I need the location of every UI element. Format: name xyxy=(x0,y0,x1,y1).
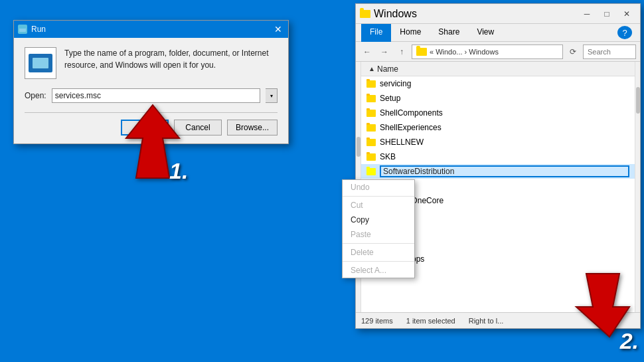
context-menu: Undo Cut Copy Paste Delete Select A... xyxy=(342,179,415,278)
explorer-maximize-button[interactable]: □ xyxy=(598,7,616,21)
file-row-shellnew[interactable]: SHELLNEW xyxy=(361,135,635,149)
run-description: Type the name of a program, folder, docu… xyxy=(64,47,278,79)
file-row-setup[interactable]: Setup xyxy=(361,91,635,106)
ribbon-tab-home[interactable]: Home xyxy=(391,24,430,42)
explorer-titlebar: Windows ─ □ ✕ xyxy=(356,4,640,24)
ribbon-tab-share[interactable]: Share xyxy=(430,24,468,42)
ctx-divider-2 xyxy=(343,243,414,244)
file-name: ShellExperiences xyxy=(380,123,629,132)
run-title-icon xyxy=(18,25,27,34)
ribbon-tab-file[interactable]: File xyxy=(361,24,391,42)
ctx-divider-3 xyxy=(343,261,414,262)
folder-icon xyxy=(366,139,376,146)
explorer-titlebar-left: Windows xyxy=(360,8,417,20)
file-name: System xyxy=(380,225,629,234)
up-button[interactable]: ↑ xyxy=(394,45,409,59)
file-list-header: ▲ Name xyxy=(361,62,635,76)
back-button[interactable]: ← xyxy=(360,45,374,59)
address-crumb: « Windo... › Windows xyxy=(430,48,499,56)
ctx-cut[interactable]: Cut xyxy=(343,198,414,213)
ctx-undo[interactable]: Undo xyxy=(343,180,414,195)
sort-arrow[interactable]: ▲ xyxy=(366,65,377,72)
file-name: Speech xyxy=(380,181,629,191)
address-bar: ← → ↑ « Windo... › Windows ⟳ xyxy=(356,42,640,62)
badge-2: 2. xyxy=(620,328,639,354)
forward-button[interactable]: → xyxy=(377,45,392,59)
file-name: symbols xyxy=(380,211,629,220)
file-row-softwaredistribution[interactable]: SoftwareDistribution xyxy=(361,164,635,179)
right-scroll-thumb xyxy=(636,87,640,114)
folder-icon xyxy=(366,168,376,175)
search-input[interactable] xyxy=(583,45,636,59)
file-name: ShellComponents xyxy=(380,108,629,118)
file-row-skb[interactable]: SKB xyxy=(361,149,635,164)
address-folder-icon xyxy=(416,48,427,56)
explorer-ribbon: File Home Share View ? xyxy=(356,24,640,42)
svg-rect-1 xyxy=(19,27,26,29)
folder-icon xyxy=(366,110,376,117)
explorer-folder-icon xyxy=(360,10,370,18)
ctx-copy[interactable]: Copy xyxy=(343,213,414,227)
file-name: System32 xyxy=(380,240,629,249)
run-browse-button[interactable]: Browse... xyxy=(227,120,278,136)
file-row-shellcomponents[interactable]: ShellComponents xyxy=(361,106,635,120)
run-content: Type the name of a program, folder, docu… xyxy=(25,47,278,79)
run-icon-box xyxy=(25,47,56,79)
file-row-shellexperiences[interactable]: ShellExperiences xyxy=(361,120,635,135)
folder-icon xyxy=(366,95,376,102)
file-row-servicing[interactable]: servicing xyxy=(361,76,635,91)
run-titlebar-left: Run xyxy=(18,25,46,34)
scroll-thumb xyxy=(357,137,361,157)
run-dropdown-arrow[interactable]: ▾ xyxy=(266,88,278,103)
ctx-delete[interactable]: Delete xyxy=(343,245,414,260)
folder-icon xyxy=(366,124,376,132)
ctx-paste[interactable]: Paste xyxy=(343,227,414,242)
file-name: servicing xyxy=(380,79,629,88)
file-name: SoftwareDistribution xyxy=(380,165,629,177)
column-name[interactable]: Name xyxy=(377,64,629,74)
run-titlebar: Run ✕ xyxy=(14,21,288,38)
folder-icon xyxy=(366,80,376,88)
help-button[interactable]: ? xyxy=(617,26,632,39)
file-name: SystemApps xyxy=(380,254,629,264)
file-name: Setup xyxy=(380,94,629,103)
run-open-label: Open: xyxy=(25,91,46,100)
ribbon-tab-view[interactable]: View xyxy=(468,24,503,42)
badge-1: 1. xyxy=(169,158,188,184)
address-field[interactable]: « Windo... › Windows xyxy=(412,45,563,59)
file-name: SHELLNEW xyxy=(380,137,629,147)
file-name: Speech_OneCore xyxy=(380,196,629,205)
run-title-text: Run xyxy=(31,25,46,34)
ctx-divider-1 xyxy=(343,196,414,197)
run-close-button[interactable]: ✕ xyxy=(272,23,284,35)
folder-icon xyxy=(366,153,376,161)
refresh-button[interactable]: ⟳ xyxy=(566,45,580,59)
status-items: 129 items xyxy=(361,317,393,325)
ribbon-tabs: File Home Share View ? xyxy=(356,24,640,41)
svg-marker-3 xyxy=(576,274,629,337)
explorer-window-buttons: ─ □ ✕ xyxy=(578,7,636,21)
file-name: SKB xyxy=(380,152,629,161)
status-selected: 1 item selected xyxy=(406,317,455,325)
explorer-close-button[interactable]: ✕ xyxy=(617,7,636,21)
run-icon xyxy=(29,54,52,72)
ctx-select-all[interactable]: Select A... xyxy=(343,263,414,278)
explorer-title: Windows xyxy=(374,8,417,20)
status-right: Right to l... xyxy=(469,317,504,325)
explorer-minimize-button[interactable]: ─ xyxy=(578,7,596,21)
